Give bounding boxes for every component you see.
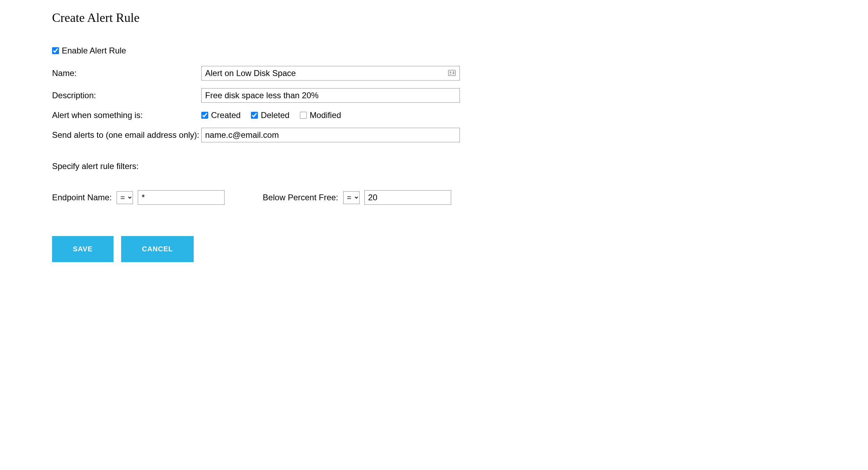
endpoint-operator-select[interactable]: =	[117, 191, 133, 204]
enable-row: Enable Alert Rule	[52, 46, 816, 56]
deleted-option: Deleted	[251, 110, 289, 120]
created-label: Created	[211, 110, 241, 120]
modified-label: Modified	[310, 110, 341, 120]
button-row: SAVE CANCEL	[52, 236, 816, 262]
modified-option: Modified	[300, 110, 341, 120]
filters-label: Specify alert rule filters:	[52, 161, 816, 171]
page-title: Create Alert Rule	[52, 10, 816, 25]
percent-free-label: Below Percent Free:	[263, 193, 338, 202]
description-input[interactable]	[201, 88, 460, 103]
endpoint-label: Endpoint Name:	[52, 193, 112, 202]
endpoint-value-input[interactable]	[138, 190, 225, 205]
alert-when-label: Alert when something is:	[52, 110, 201, 120]
percent-free-value-input[interactable]	[364, 190, 451, 205]
modified-checkbox[interactable]	[300, 112, 307, 119]
filters-row: Endpoint Name: = Below Percent Free: =	[52, 190, 816, 205]
enable-label: Enable Alert Rule	[62, 46, 126, 56]
created-checkbox[interactable]	[201, 112, 208, 119]
percent-free-operator-select[interactable]: =	[343, 191, 360, 204]
percent-free-filter: Below Percent Free: =	[263, 190, 451, 205]
send-to-row: Send alerts to (one email address only):	[52, 128, 816, 142]
send-to-label: Send alerts to (one email address only):	[52, 130, 201, 140]
deleted-label: Deleted	[261, 110, 289, 120]
created-option: Created	[201, 110, 241, 120]
save-button[interactable]: SAVE	[52, 236, 113, 262]
name-input[interactable]	[201, 66, 460, 81]
name-label: Name:	[52, 68, 201, 78]
deleted-checkbox[interactable]	[251, 112, 258, 119]
description-row: Description:	[52, 88, 816, 103]
name-row: Name:	[52, 66, 816, 81]
cancel-button[interactable]: CANCEL	[121, 236, 194, 262]
endpoint-filter: Endpoint Name: =	[52, 190, 225, 205]
description-label: Description:	[52, 91, 201, 100]
alert-when-row: Alert when something is: Created Deleted…	[52, 110, 816, 120]
send-to-input[interactable]	[201, 128, 460, 142]
enable-checkbox[interactable]	[52, 47, 59, 54]
alert-when-group: Created Deleted Modified	[201, 110, 341, 120]
